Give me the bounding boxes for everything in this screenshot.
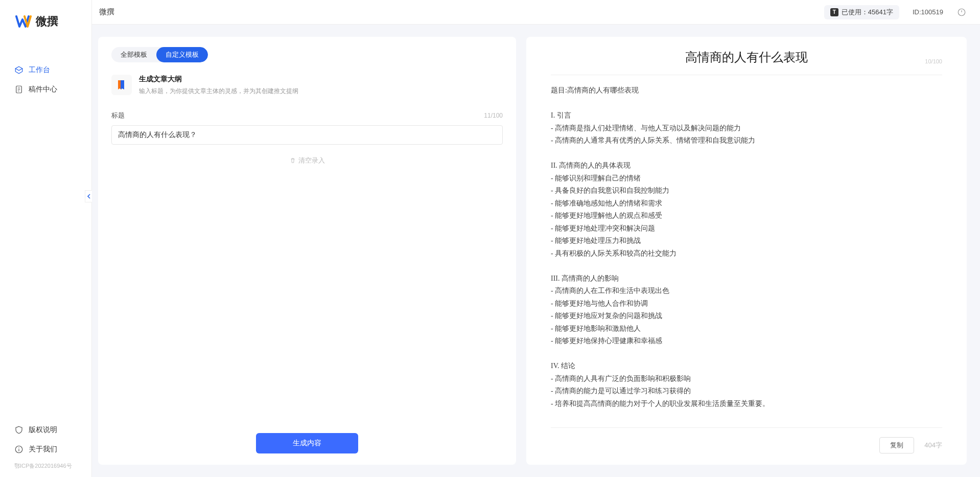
clear-label: 清空录入 [298,156,325,165]
title-counter: 11/100 [484,112,503,119]
template-info: 生成文章大纲 输入标题，为你提供文章主体的灵感，并为其创建推文提纲 [139,75,298,96]
svg-point-3 [18,447,19,448]
shield-icon [14,425,24,435]
about-link[interactable]: 关于我们 [0,440,91,459]
logo[interactable]: 微撰 [0,0,91,35]
usage-badge[interactable]: T 已使用：45641字 [824,5,899,19]
template-icon [111,75,132,95]
nav-label: 稿件中心 [29,85,57,94]
sidebar: 微撰 工作台 稿件中心 版权说明 [0,0,92,477]
output-panel: 高情商的人有什么表现 10/100 题目:高情商的人有哪些表现 I. 引言 - … [526,37,967,465]
title-label: 标题 [111,111,125,120]
nav-label: 工作台 [29,65,50,75]
topbar-right: T 已使用：45641字 ID:100519 [824,5,967,19]
tab-all-templates[interactable]: 全部模板 [111,47,156,62]
content: 全部模板 自定义模板 生成文章大纲 输入标题，为你提供文章主体的灵感，并为其创建… [92,25,980,477]
output-title: 高情商的人有什么表现 [685,49,808,65]
main: 微撰 T 已使用：45641字 ID:100519 全部模板 自定义模板 [92,0,980,477]
output-title-counter: 10/100 [925,58,942,64]
svg-marker-0 [15,66,22,71]
sidebar-bottom: 版权说明 关于我们 鄂ICP备2022016946号 [0,420,91,477]
template-card[interactable]: 生成文章大纲 输入标题，为你提供文章主体的灵感，并为其创建推文提纲 [111,75,503,96]
nav-drafts[interactable]: 稿件中心 [0,80,91,99]
text-icon: T [830,8,838,16]
power-icon[interactable] [956,7,967,17]
logo-icon [15,13,32,30]
input-panel: 全部模板 自定义模板 生成文章大纲 输入标题，为你提供文章主体的灵感，并为其创建… [98,37,516,465]
template-desc: 输入标题，为你提供文章主体的灵感，并为其创建推文提纲 [139,87,298,96]
output-footer: 复制 404字 [551,427,942,453]
divider [551,75,942,75]
char-count: 404字 [924,441,942,450]
tab-custom-templates[interactable]: 自定义模板 [156,47,208,62]
trash-icon [289,157,296,164]
icp-link[interactable]: 鄂ICP备2022016946号 [0,459,91,473]
output-body[interactable]: 题目:高情商的人有哪些表现 I. 引言 - 高情商是指人们处理情绪、与他人互动以… [551,84,942,427]
primary-nav: 工作台 稿件中心 [0,60,91,420]
document-icon [14,85,24,94]
copy-button[interactable]: 复制 [879,437,914,453]
template-tabs: 全部模板 自定义模板 [111,47,208,62]
topbar: 微撰 T 已使用：45641字 ID:100519 [92,0,980,25]
cube-icon [14,65,24,75]
topbar-title: 微撰 [97,7,114,17]
link-label: 版权说明 [29,425,57,435]
usage-text: 已使用：45641字 [842,8,893,17]
link-label: 关于我们 [29,445,57,454]
collapse-sidebar[interactable] [85,190,92,202]
template-title: 生成文章大纲 [139,75,298,84]
info-icon [14,445,24,454]
copyright-link[interactable]: 版权说明 [0,420,91,440]
output-title-row: 高情商的人有什么表现 10/100 [551,49,942,75]
title-input[interactable] [111,125,503,145]
title-field-block: 标题 11/100 [111,111,503,145]
logo-text: 微撰 [36,14,58,29]
clear-button[interactable]: 清空录入 [111,156,503,165]
user-id: ID:100519 [913,8,943,16]
nav-workbench[interactable]: 工作台 [0,60,91,80]
generate-button[interactable]: 生成内容 [256,433,358,453]
